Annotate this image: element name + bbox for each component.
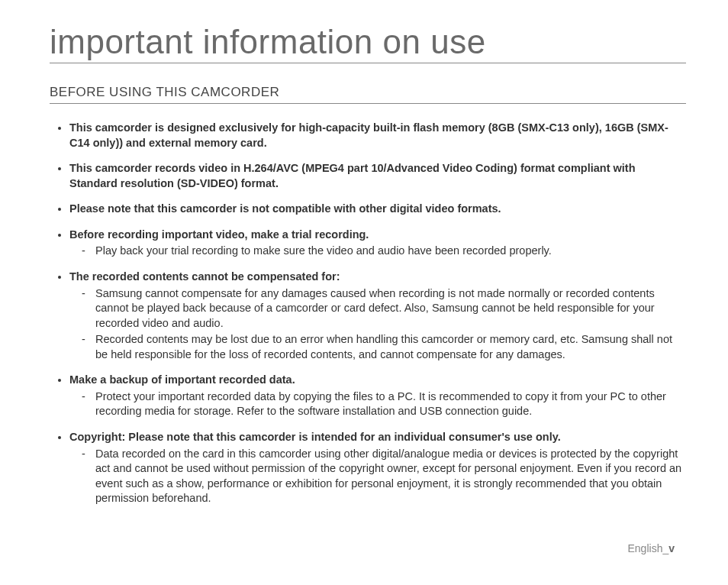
list-item: This camcorder records video in H.264/AV…: [69, 161, 686, 191]
list-item-bold: The recorded contents cannot be compensa…: [69, 270, 340, 283]
list-item-bold: Make a backup of important recorded data…: [69, 373, 295, 386]
sub-list: Data recorded on the card in this camcor…: [69, 447, 686, 506]
list-item: This camcorder is designed exclusively f…: [69, 121, 686, 150]
list-item: Before recording important video, make a…: [69, 228, 686, 259]
sub-list-item: Recorded contents may be lost due to an …: [82, 332, 686, 362]
list-item: Please note that this camcorder is not c…: [69, 202, 686, 217]
list-item: Make a backup of important recorded data…: [69, 373, 686, 419]
list-item: Copyright: Please note that this camcord…: [69, 430, 686, 506]
list-item-bold: Please note that this camcorder is not c…: [69, 202, 501, 215]
list-item-bold: This camcorder is designed exclusively f…: [69, 121, 668, 149]
page-footer: English_v: [628, 542, 675, 554]
sub-list-item: Samsung cannot compensate for any damage…: [82, 286, 686, 331]
footer-language: English_: [628, 542, 669, 554]
list-item-bold: This camcorder records video in H.264/AV…: [69, 162, 636, 189]
list-item-bold: Before recording important video, make a…: [69, 228, 369, 241]
sub-list: Protect your important recorded data by …: [69, 389, 686, 419]
section-heading: BEFORE USING THIS CAMCORDER: [50, 85, 686, 104]
page-title: important information on use: [50, 23, 686, 63]
sub-list-item: Play back your trial recording to make s…: [82, 244, 686, 259]
footer-page-number: v: [668, 542, 675, 554]
content-list: This camcorder is designed exclusively f…: [50, 121, 686, 506]
list-item: The recorded contents cannot be compensa…: [69, 270, 686, 362]
sub-list: Play back your trial recording to make s…: [69, 244, 686, 259]
sub-list: Samsung cannot compensate for any damage…: [69, 286, 686, 363]
sub-list-item: Data recorded on the card in this camcor…: [82, 447, 686, 506]
sub-list-item: Protect your important recorded data by …: [82, 389, 686, 419]
list-item-bold: Copyright: Please note that this camcord…: [69, 431, 561, 443]
